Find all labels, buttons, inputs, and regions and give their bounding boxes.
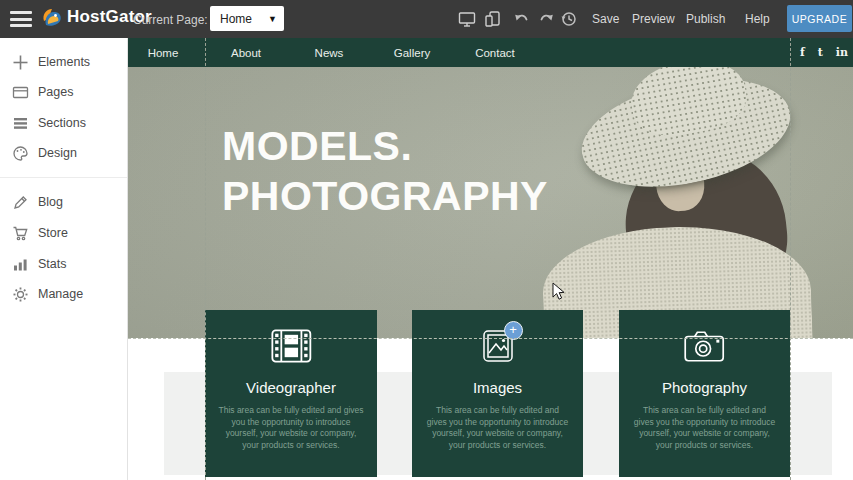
card-images[interactable]: + Images This area can be fully edited a… <box>412 310 583 477</box>
hero-title-line1: MODELS. <box>222 121 548 171</box>
hero-title-line2: PHOTOGRAPHY <box>222 171 548 221</box>
editor-dashed-guide-left <box>205 38 206 480</box>
sidebar-item-manage[interactable]: Manage <box>0 280 127 308</box>
sidebar-item-blog[interactable]: Blog <box>0 188 127 216</box>
film-icon <box>205 327 377 367</box>
card-body-text: This area can be fully edited and gives … <box>218 405 364 451</box>
gear-icon <box>12 286 29 303</box>
sidebar-item-label: Stats <box>38 257 67 271</box>
mobile-preview-icon[interactable] <box>484 10 502 28</box>
editor-sidebar: Elements Pages Sections Design <box>0 38 128 480</box>
card-title: Videographer <box>205 379 377 396</box>
card-title: Photography <box>619 379 790 396</box>
sections-icon <box>12 115 29 132</box>
facebook-icon[interactable]: f <box>800 46 805 59</box>
page-dropdown-value: Home <box>220 12 252 26</box>
top-toolbar: HostGator Current Page: Home ▼ <box>0 0 853 38</box>
camera-icon <box>619 327 790 367</box>
menu-icon[interactable] <box>10 11 32 27</box>
sidebar-item-label: Store <box>38 226 68 240</box>
palette-icon <box>12 145 29 162</box>
mouse-cursor <box>552 282 566 306</box>
nav-item-home[interactable]: Home <box>128 47 198 59</box>
help-button[interactable]: Help <box>745 12 770 26</box>
sidebar-item-label: Manage <box>38 287 83 301</box>
sidebar-item-pages[interactable]: Pages <box>0 78 127 106</box>
bar-chart-icon <box>12 256 29 273</box>
card-body-text: This area can be fully edited and gives … <box>632 405 777 451</box>
sidebar-item-stats[interactable]: Stats <box>0 250 127 278</box>
plus-icon <box>12 54 29 71</box>
redo-icon[interactable] <box>537 10 555 28</box>
hostgator-site-builder: HostGator Current Page: Home ▼ <box>0 0 853 480</box>
page-dropdown[interactable]: Home ▼ <box>210 6 284 31</box>
nav-item-contact[interactable]: Contact <box>460 47 530 59</box>
card-videographer[interactable]: Videographer This area can be fully edit… <box>205 310 377 477</box>
card-title: Images <box>412 379 583 396</box>
gator-icon <box>40 5 64 29</box>
sidebar-item-label: Pages <box>38 85 73 99</box>
card-body-text: This area can be fully edited and gives … <box>425 405 570 451</box>
chevron-down-icon: ▼ <box>268 14 277 24</box>
sidebar-item-design[interactable]: Design <box>0 139 127 167</box>
cart-icon <box>12 225 29 242</box>
sidebar-divider <box>0 177 127 178</box>
current-page-label: Current Page: <box>133 13 208 27</box>
site-navbar: Home About News Gallery Contact f t in <box>128 38 853 67</box>
site-preview-canvas: Home About News Gallery Contact f t in M… <box>128 38 853 480</box>
sidebar-item-label: Design <box>38 146 77 160</box>
pages-icon <box>12 84 29 101</box>
social-links: f t in <box>800 38 848 67</box>
twitter-icon[interactable]: t <box>818 46 823 59</box>
save-button[interactable]: Save <box>592 12 619 26</box>
card-photography[interactable]: Photography This area can be fully edite… <box>619 310 790 477</box>
upgrade-button[interactable]: UPGRADE <box>787 5 852 32</box>
pencil-icon <box>12 194 29 211</box>
sidebar-item-label: Elements <box>38 55 90 69</box>
image-icon: + <box>412 327 583 367</box>
desktop-preview-icon[interactable] <box>458 10 476 28</box>
sidebar-item-elements[interactable]: Elements <box>0 48 127 76</box>
history-icon[interactable] <box>560 10 578 28</box>
undo-icon[interactable] <box>513 10 531 28</box>
nav-item-news[interactable]: News <box>294 47 364 59</box>
publish-button[interactable]: Publish <box>686 12 725 26</box>
sidebar-item-label: Blog <box>38 195 63 209</box>
site-nav-menu: Home About News Gallery Contact <box>128 38 853 67</box>
linkedin-icon[interactable]: in <box>836 46 848 59</box>
sidebar-item-label: Sections <box>38 116 86 130</box>
hero-title[interactable]: MODELS. PHOTOGRAPHY <box>222 121 548 221</box>
hero-section[interactable]: MODELS. PHOTOGRAPHY <box>128 67 853 338</box>
sidebar-item-store[interactable]: Store <box>0 219 127 247</box>
preview-button[interactable]: Preview <box>632 12 675 26</box>
nav-item-gallery[interactable]: Gallery <box>377 47 447 59</box>
sidebar-item-sections[interactable]: Sections <box>0 109 127 137</box>
nav-item-about[interactable]: About <box>211 47 281 59</box>
editor-dashed-guide-bottom <box>128 338 853 339</box>
editor-dashed-guide-right <box>790 38 791 480</box>
